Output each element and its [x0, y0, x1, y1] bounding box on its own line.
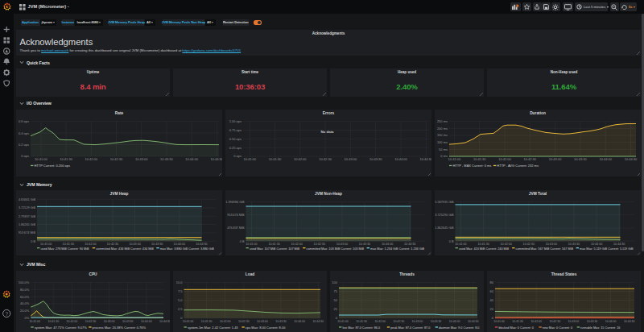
svg-text:10:43:30: 10:43:30 — [160, 157, 173, 161]
svg-text:80: 80 — [490, 280, 494, 284]
svg-text:10:42:00: 10:42:00 — [498, 157, 511, 161]
svg-text:1.00 ops: 1.00 ops — [229, 119, 242, 123]
svg-text:953.674 MiB: 953.674 MiB — [227, 214, 245, 217]
svg-text:0 B: 0 B — [240, 239, 245, 243]
svg-text:0 ms: 0 ms — [440, 154, 448, 158]
svg-text:10:41:30: 10:41:30 — [268, 242, 279, 245]
svg-text:10:43:00: 10:43:00 — [568, 319, 580, 322]
svg-text:max Max: 3.880 GiB Current: 3.: max Max: 3.880 GiB Current: 3.880 GiB — [160, 247, 215, 250]
svg-text:10:44:00: 10:44:00 — [599, 157, 612, 161]
svg-text:10:43:30: 10:43:30 — [431, 319, 442, 322]
svg-text:10:42:30: 10:42:30 — [393, 319, 404, 322]
svg-text:476.837 MiB: 476.837 MiB — [227, 226, 245, 230]
svg-text:3.72529 GiB: 3.72529 GiB — [19, 206, 36, 210]
svg-text:new Max: 0 Current: 0: new Max: 0 Current: 0 — [543, 326, 572, 329]
svg-text:0.2 ops: 0.2 ops — [19, 143, 29, 147]
svg-text:10:44:30: 10:44:30 — [312, 319, 324, 322]
svg-text:10:43:30: 10:43:30 — [275, 319, 287, 322]
svg-text:Thread States: Thread States — [551, 272, 577, 276]
svg-text:100: 100 — [332, 280, 337, 284]
svg-text:2.79397 GiB: 2.79397 GiB — [19, 214, 36, 218]
svg-text:7.5: 7.5 — [178, 288, 183, 293]
svg-text:used Max: 107 MiB Current: 107: used Max: 107 MiB Current: 107 MiB — [250, 247, 300, 250]
svg-text:10:42:00: 10:42:00 — [85, 242, 96, 245]
svg-text:JVM Non-Heap: JVM Non-Heap — [315, 191, 342, 195]
svg-text:10:41:30: 10:41:30 — [512, 319, 523, 322]
svg-text:10:43:00: 10:43:00 — [257, 319, 268, 322]
svg-text:10:42:30: 10:42:30 — [319, 157, 332, 161]
svg-text:10:43:30: 10:43:30 — [151, 242, 163, 245]
svg-text:20: 20 — [490, 307, 494, 311]
svg-text:HTTP - AVG Current: 232 ms: HTTP - AVG Current: 232 ms — [497, 164, 539, 168]
svg-text:25: 25 — [334, 307, 338, 311]
svg-text:50 ms: 50 ms — [439, 147, 448, 151]
svg-text:10:42:00: 10:42:00 — [294, 157, 307, 161]
svg-text:5.0: 5.0 — [178, 298, 183, 302]
svg-text:Rate: Rate — [115, 110, 124, 114]
svg-text:2.5: 2.5 — [178, 307, 183, 311]
svg-text:10:44:30: 10:44:30 — [625, 157, 638, 161]
svg-text:10:44:30: 10:44:30 — [196, 242, 207, 245]
svg-text:150 ms: 150 ms — [437, 133, 448, 137]
svg-text:0 ops: 0 ops — [233, 154, 242, 158]
svg-text:system Max: 47.71% Current: 9.: system Max: 47.71% Current: 9.07% — [35, 325, 88, 329]
svg-text:HTTP Current: 0.200 ops: HTTP Current: 0.200 ops — [34, 164, 70, 168]
svg-text:10:42:00: 10:42:00 — [67, 319, 78, 322]
svg-text:10:42:30: 10:42:30 — [110, 157, 123, 161]
svg-text:10:42:30: 10:42:30 — [238, 319, 250, 322]
svg-text:committed Max: 567 MiB Current: committed Max: 567 MiB Current: 567 MiB — [516, 247, 574, 250]
svg-text:10:43:30: 10:43:30 — [369, 157, 382, 161]
svg-text:blocked Max: 0 Current: 0: blocked Max: 0 Current: 0 — [498, 326, 533, 329]
svg-text:250 ms: 250 ms — [437, 119, 448, 123]
svg-text:10:42:00: 10:42:00 — [501, 242, 512, 245]
svg-text:10:42:00: 10:42:00 — [291, 242, 303, 245]
svg-text:10:41:30: 10:41:30 — [477, 242, 489, 245]
svg-text:runnable Max: 15 Current: 16: runnable Max: 15 Current: 16 — [580, 326, 620, 329]
svg-text:10:44:30: 10:44:30 — [159, 319, 170, 322]
svg-text:0 B: 0 B — [31, 239, 35, 243]
svg-text:10:44:00: 10:44:00 — [185, 157, 198, 161]
svg-text:40.0%: 40.0% — [20, 301, 30, 305]
svg-text:10:44:00: 10:44:00 — [174, 242, 185, 245]
svg-text:10:43:00: 10:43:00 — [546, 242, 557, 245]
svg-text:20.0%: 20.0% — [20, 309, 30, 313]
svg-text:CPU: CPU — [89, 272, 97, 276]
svg-text:Load: Load — [246, 272, 255, 276]
svg-text:100.0%: 100.0% — [19, 280, 30, 284]
svg-text:10:41:00: 10:41:00 — [243, 157, 256, 161]
svg-text:committed Max: 434 MiB Current: committed Max: 434 MiB Current: 434 MiB — [96, 247, 154, 250]
svg-text:daemon Max: 9.0 Current: 8.0: daemon Max: 9.0 Current: 8.0 — [439, 326, 479, 329]
svg-text:HTTP - MAX Current: 0 ms: HTTP - MAX Current: 0 ms — [452, 164, 491, 168]
svg-text:system-1m Max: 2.42 Current: 1: system-1m Max: 2.42 Current: 1.43 — [188, 325, 238, 329]
svg-text:10:44:00: 10:44:00 — [449, 319, 460, 322]
svg-text:953.674 MiB: 953.674 MiB — [19, 231, 36, 234]
svg-text:10:44:00: 10:44:00 — [141, 319, 152, 322]
svg-text:10:41:30: 10:41:30 — [201, 319, 213, 322]
svg-text:Duration: Duration — [530, 110, 546, 114]
svg-text:max Max: 5.119 GiB Current: 5.: max Max: 5.119 GiB Current: 5.119 GiB — [580, 247, 634, 250]
svg-text:10:42:00: 10:42:00 — [85, 157, 98, 161]
svg-text:10:41:30: 10:41:30 — [60, 157, 72, 161]
svg-text:0 ops: 0 ops — [21, 154, 29, 158]
svg-text:200 ms: 200 ms — [437, 126, 448, 130]
svg-text:peak Max: 87.0 Current: 87.0: peak Max: 87.0 Current: 87.0 — [390, 326, 430, 329]
svg-text:10:42:30: 10:42:30 — [107, 242, 118, 245]
svg-text:10:44:00: 10:44:00 — [605, 319, 617, 322]
svg-text:used Max: 278 MiB Current: 90: used Max: 278 MiB Current: 90 MiB — [40, 247, 89, 250]
svg-text:10:42:30: 10:42:30 — [85, 319, 97, 322]
svg-text:10:43:00: 10:43:00 — [135, 157, 148, 161]
svg-text:10.0: 10.0 — [176, 280, 184, 284]
svg-text:10:42:30: 10:42:30 — [523, 242, 535, 245]
svg-text:1.862645 GiB: 1.862645 GiB — [435, 226, 454, 230]
svg-text:10:41:30: 10:41:30 — [47, 319, 59, 322]
svg-text:10:44:30: 10:44:30 — [404, 242, 415, 245]
svg-text:60: 60 — [490, 288, 494, 293]
svg-text:live Max: 87.0 Current: 86.0: live Max: 87.0 Current: 86.0 — [342, 326, 380, 329]
svg-text:75: 75 — [334, 288, 338, 293]
svg-text:10:41:00: 10:41:00 — [35, 157, 47, 161]
svg-text:10:41:00: 10:41:00 — [246, 242, 257, 245]
svg-text:10:41:30: 10:41:30 — [63, 242, 74, 245]
svg-text:10:42:30: 10:42:30 — [524, 157, 537, 161]
svg-text:0.4 ops: 0.4 ops — [19, 131, 29, 135]
svg-text:10:41:00: 10:41:00 — [455, 242, 466, 245]
